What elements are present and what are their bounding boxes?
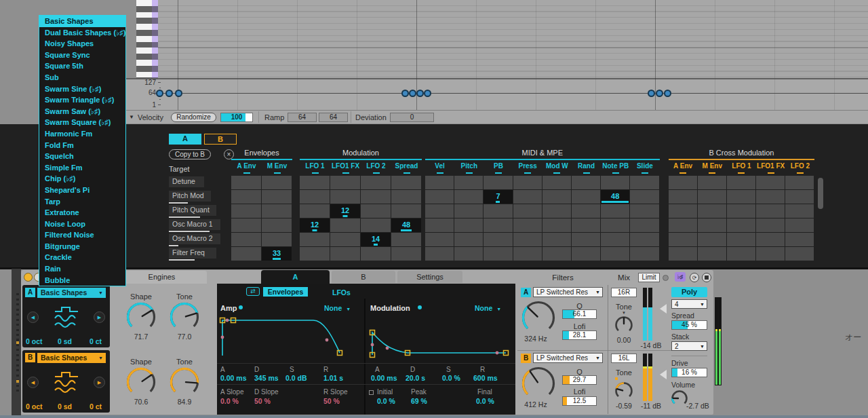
shape-b-knob[interactable] — [125, 366, 157, 400]
matrix-cell[interactable] — [513, 204, 542, 218]
dropdown-item[interactable]: Fold Fm — [39, 140, 125, 151]
matrix-cell[interactable] — [630, 218, 658, 232]
matrix-cell[interactable] — [454, 204, 483, 218]
matrix-column-header[interactable]: Slide — [630, 162, 659, 171]
matrix-cell[interactable] — [391, 204, 421, 218]
tab-engines[interactable]: Engines — [117, 271, 207, 284]
matrix-cell[interactable] — [361, 176, 391, 189]
mod-decay[interactable]: 20.0 s — [406, 374, 425, 382]
matrix-cell[interactable] — [262, 218, 292, 232]
matrix-cell[interactable] — [698, 190, 726, 204]
matrix-cell[interactable]: 7 — [484, 190, 512, 204]
matrix-column-header[interactable]: LFO1 FX — [330, 162, 361, 171]
matrix-row-osc-macro-2[interactable]: Osc Macro 2 — [169, 233, 220, 244]
matrix-cell[interactable] — [484, 218, 512, 232]
ramp-to-field[interactable]: 64 — [319, 113, 348, 122]
envelopes-tab-button[interactable]: Envelopes — [263, 287, 308, 297]
matrix-cell[interactable] — [630, 190, 658, 204]
matrix-cell[interactable] — [425, 233, 454, 246]
matrix-cell[interactable] — [425, 218, 454, 232]
pan-b-field[interactable]: 16L — [611, 354, 637, 363]
matrix-cell[interactable] — [601, 204, 629, 218]
tab-settings[interactable]: Settings — [397, 271, 462, 283]
matrix-column-header[interactable]: LFO1 FX — [756, 162, 785, 171]
filter-a-badge[interactable]: A — [521, 288, 531, 297]
matrix-cell[interactable] — [484, 204, 512, 218]
matrix-cell[interactable] — [300, 176, 330, 189]
mod-peak[interactable]: 69 % — [411, 397, 427, 405]
matrix-cell[interactable] — [330, 176, 360, 189]
dropdown-item[interactable]: Noise Loop — [39, 218, 125, 230]
matrix-cell[interactable] — [601, 218, 629, 232]
velocity-marker[interactable] — [648, 90, 655, 97]
matrix-cell[interactable]: 12 — [300, 218, 330, 232]
matrix-cell[interactable] — [698, 176, 726, 189]
matrix-cell[interactable] — [513, 190, 542, 204]
matrix-cell[interactable] — [669, 233, 697, 246]
amp-d-slope[interactable]: 50 % — [254, 397, 271, 405]
matrix-row-osc-macro-1[interactable]: Osc Macro 1 — [169, 219, 220, 230]
filter-a-q-field[interactable]: 66.1 — [562, 309, 597, 319]
copy-to-b-button[interactable]: Copy to B — [169, 149, 211, 159]
mod-initial[interactable]: 0.0 % — [377, 397, 395, 405]
dropdown-item[interactable]: Extratone — [39, 207, 125, 218]
matrix-cell[interactable] — [785, 204, 814, 218]
matrix-cell[interactable] — [785, 233, 814, 246]
matrix-cell[interactable] — [231, 204, 261, 218]
matrix-cell[interactable] — [756, 247, 785, 261]
level-handle-b[interactable] — [655, 370, 667, 379]
matrix-cell[interactable] — [669, 218, 697, 232]
matrix-cell[interactable] — [572, 204, 600, 218]
matrix-cell[interactable] — [484, 233, 512, 246]
amp-attack[interactable]: 0.00 ms — [220, 374, 247, 382]
stack-select[interactable]: 2▼ — [671, 341, 707, 351]
matrix-cell[interactable] — [669, 176, 697, 189]
velocity-marker[interactable] — [156, 90, 163, 97]
dropdown-item[interactable]: Simple Fm — [39, 162, 125, 174]
matrix-column-header[interactable]: LFO 2 — [361, 162, 391, 171]
matrix-cell[interactable] — [484, 176, 512, 189]
osc-b-semitone[interactable]: 0 sd — [58, 402, 72, 411]
matrix-cell[interactable] — [425, 204, 454, 218]
matrix-cell[interactable] — [330, 190, 360, 204]
matrix-cell[interactable] — [669, 247, 697, 261]
osc-b-wavetable-select[interactable]: Basic Shapes▼ — [37, 353, 106, 363]
level-b-value[interactable]: -11 dB — [636, 402, 666, 410]
matrix-cell[interactable] — [300, 233, 330, 246]
link-envelopes-icon[interactable]: ⇄ — [246, 287, 260, 296]
matrix-cell[interactable] — [391, 233, 421, 246]
lane-name[interactable]: Velocity — [138, 113, 163, 121]
matrix-cell[interactable]: 12 — [330, 204, 360, 218]
dropdown-item[interactable]: Crackle — [39, 252, 125, 263]
matrix-cell[interactable] — [785, 176, 814, 189]
ramp-from-field[interactable]: 64 — [288, 113, 317, 122]
scale-icon[interactable]: ♭♯ — [675, 272, 686, 282]
matrix-cell[interactable] — [630, 176, 658, 189]
dropdown-item[interactable]: Tarp — [39, 196, 125, 208]
matrix-cell[interactable] — [669, 190, 697, 204]
matrix-cell[interactable] — [698, 218, 726, 232]
matrix-cell[interactable] — [698, 233, 726, 246]
matrix-cell[interactable]: 48 — [391, 218, 421, 232]
matrix-tab-b[interactable]: B — [204, 134, 237, 145]
amp-release[interactable]: 1.01 s — [323, 374, 343, 382]
matrix-cell[interactable] — [601, 247, 629, 261]
level-handle-a[interactable] — [655, 304, 667, 314]
mod-attack[interactable]: 0.00 ms — [371, 374, 397, 382]
velocity-marker[interactable] — [401, 90, 409, 97]
dropdown-item[interactable]: Dual Basic Shapes (♭♯) — [39, 27, 125, 39]
prev-wavetable-button[interactable]: ◀ — [27, 311, 39, 323]
velocity-marker[interactable] — [175, 90, 182, 97]
matrix-column-header[interactable]: Note PB — [601, 162, 630, 171]
matrix-cell[interactable] — [454, 247, 483, 261]
matrix-cell[interactable] — [601, 233, 629, 246]
matrix-cell[interactable] — [756, 190, 785, 204]
matrix-column-header[interactable]: Press — [513, 162, 542, 171]
matrix-cell[interactable] — [231, 247, 261, 261]
matrix-cell[interactable] — [391, 176, 421, 189]
matrix-column-header[interactable]: M Env — [262, 162, 292, 171]
matrix-column-header[interactable]: PB — [484, 162, 513, 171]
matrix-cell[interactable] — [300, 247, 330, 261]
shape-a-knob[interactable] — [125, 301, 157, 335]
matrix-cell[interactable] — [572, 218, 600, 232]
